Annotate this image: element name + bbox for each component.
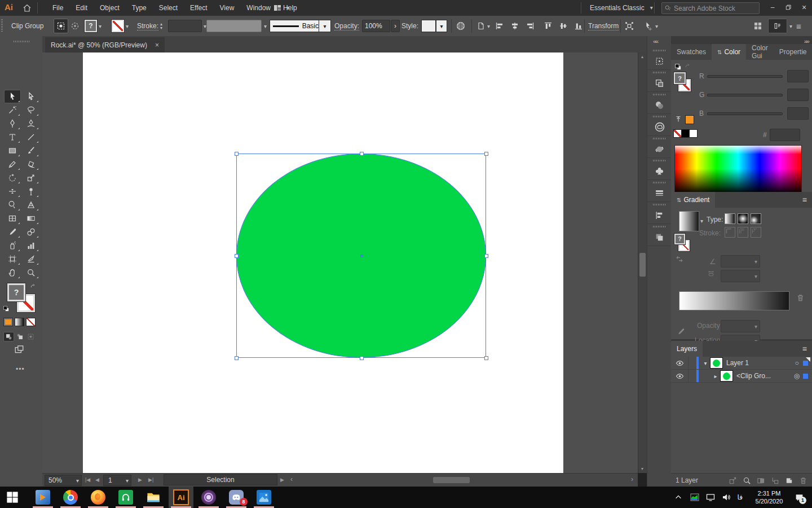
selection-handle[interactable] xyxy=(235,254,239,258)
tab-swatches[interactable]: Swatches xyxy=(671,44,712,60)
transparency-panel-button[interactable] xyxy=(647,92,672,114)
opacity-chevron[interactable]: › xyxy=(391,20,400,32)
channel-value-field[interactable] xyxy=(787,70,809,82)
artboard-tool[interactable] xyxy=(5,253,20,265)
tray-chevron-icon[interactable] xyxy=(674,493,682,501)
last-color-icon[interactable] xyxy=(674,115,682,123)
paintbrush-tool[interactable] xyxy=(23,144,39,157)
edit-clipping-path-button[interactable] xyxy=(68,19,82,33)
type-tool[interactable] xyxy=(5,131,20,143)
taskbar-start[interactable] xyxy=(0,487,25,508)
direct-selection-tool[interactable] xyxy=(23,90,39,103)
selection-handle[interactable] xyxy=(484,254,488,258)
freeform-gradient-button[interactable] xyxy=(751,213,761,224)
reverse-gradient-icon[interactable] xyxy=(676,255,683,263)
menu-edit[interactable]: Edit xyxy=(69,0,94,16)
menu-window[interactable]: Window xyxy=(240,0,277,16)
channel-slider[interactable] xyxy=(707,94,783,97)
fill-color-proxy[interactable]: ? xyxy=(7,283,25,301)
lock-cell[interactable] xyxy=(688,357,696,369)
align-vertical-top-icon[interactable] xyxy=(544,21,553,30)
gradient-tool[interactable] xyxy=(23,212,39,225)
task-manager-icon[interactable] xyxy=(690,493,699,502)
puppet-warp-tool[interactable] xyxy=(23,185,39,198)
document-tab[interactable]: Rock.ai* @ 50% (RGB/Preview) × xyxy=(45,37,165,52)
channel-value-field[interactable] xyxy=(787,107,809,120)
symbol-sprayer-tool[interactable] xyxy=(5,239,20,252)
stepper-down-icon[interactable]: ▾ xyxy=(160,26,162,30)
selection-handle[interactable] xyxy=(360,152,364,156)
menu-object[interactable]: Object xyxy=(94,0,126,16)
expand-panels-icon[interactable]: «« xyxy=(653,38,657,45)
color-spectrum[interactable] xyxy=(674,145,802,194)
prev-artboard-icon[interactable]: ◀ xyxy=(95,477,99,483)
column-graph-tool[interactable] xyxy=(23,239,39,252)
opacity-field[interactable]: 100% xyxy=(362,20,390,32)
radial-gradient-button[interactable] xyxy=(738,213,748,224)
panel-menu-icon[interactable]: ≡ xyxy=(797,192,812,208)
lasso-tool[interactable] xyxy=(23,104,39,116)
graphic-style-swatch[interactable] xyxy=(421,20,436,32)
menu-effect[interactable]: Effect xyxy=(184,0,213,16)
align-vertical-center-icon[interactable] xyxy=(559,21,568,30)
workspace-switcher[interactable]: Essentials Classic ▾ xyxy=(585,0,657,16)
align-horizontal-left-icon[interactable] xyxy=(495,21,504,30)
volume-icon[interactable] xyxy=(722,493,731,502)
selection-handle[interactable] xyxy=(484,152,488,156)
pen-tool[interactable] xyxy=(5,117,20,130)
selection-center-point[interactable] xyxy=(360,255,363,257)
channel-slider[interactable] xyxy=(707,75,783,78)
hex-field[interactable] xyxy=(770,129,800,141)
stroke-along-button[interactable] xyxy=(738,227,748,238)
draw-behind-button[interactable] xyxy=(15,332,25,341)
line-segment-tool[interactable] xyxy=(23,131,39,143)
control-bar-menu-icon[interactable]: ≡ xyxy=(796,16,801,36)
brush-definition-dropdown[interactable] xyxy=(206,20,262,32)
zoom-tool[interactable] xyxy=(23,266,39,279)
stroke-weight-stepper[interactable]: ▴ ▾ xyxy=(160,22,162,30)
taskbar-discord[interactable]: 8 xyxy=(224,487,249,508)
document-setup-chevron[interactable]: ▾ xyxy=(487,23,490,29)
select-similar-chevron[interactable]: ▾ xyxy=(655,23,658,29)
black-swatch[interactable] xyxy=(682,130,689,137)
taskbar-photos[interactable] xyxy=(251,487,276,508)
mini-fill-stroke-icon[interactable] xyxy=(674,63,682,71)
scroll-left-icon[interactable]: ‹ xyxy=(290,475,293,483)
select-similar-icon[interactable] xyxy=(644,21,653,30)
network-display-icon[interactable] xyxy=(706,493,715,502)
tab-layers[interactable]: Layers xyxy=(671,341,703,357)
shape-builder-tool[interactable] xyxy=(5,199,20,211)
graphic-style-chevron[interactable]: ▾ xyxy=(436,20,447,32)
visibility-eye-icon[interactable] xyxy=(676,359,684,367)
vertical-scroll-thumb[interactable] xyxy=(639,253,646,277)
close-button[interactable]: × xyxy=(796,0,812,15)
profile-chevron[interactable]: ▾ xyxy=(319,20,331,32)
width-tool[interactable] xyxy=(5,185,20,198)
arrange-documents-icon[interactable] xyxy=(273,3,282,12)
gradient-mode-button[interactable] xyxy=(15,318,24,326)
perspective-grid-tool[interactable] xyxy=(23,199,39,211)
stroke-dropdown-chevron[interactable]: ▾ xyxy=(126,16,129,36)
new-sublayer-icon[interactable] xyxy=(771,476,779,485)
menu-view[interactable]: View xyxy=(214,0,241,16)
libraries-panel-button[interactable] xyxy=(647,114,672,136)
none-mode-button[interactable] xyxy=(27,318,35,326)
eraser-tool[interactable] xyxy=(23,158,39,170)
tab-color[interactable]: ⇅Color xyxy=(712,44,746,60)
align-horizontal-center-icon[interactable] xyxy=(510,21,519,30)
default-fill-stroke-icon[interactable] xyxy=(3,305,10,312)
adobe-stock-search[interactable]: Search Adobe Stock xyxy=(661,2,760,14)
pathfinder-panel-button[interactable] xyxy=(647,224,672,246)
tab-propertie[interactable]: Propertie xyxy=(774,44,812,60)
action-center-icon[interactable]: 1 xyxy=(795,493,804,502)
stroke-weight-field[interactable] xyxy=(168,20,202,32)
zoom-level-dropdown[interactable]: 50% ▾ xyxy=(45,475,82,486)
expand-icon[interactable]: ▸ xyxy=(711,373,720,379)
scroll-right-icon[interactable]: › xyxy=(631,475,633,483)
last-artboard-icon[interactable]: ▶| xyxy=(148,477,153,483)
fill-color-swatch[interactable]: ? xyxy=(85,20,97,32)
taskbar-firefox[interactable] xyxy=(86,487,111,508)
lock-cell[interactable] xyxy=(688,370,696,382)
stroke-within-button[interactable] xyxy=(725,227,735,238)
hand-tool[interactable] xyxy=(5,266,20,279)
